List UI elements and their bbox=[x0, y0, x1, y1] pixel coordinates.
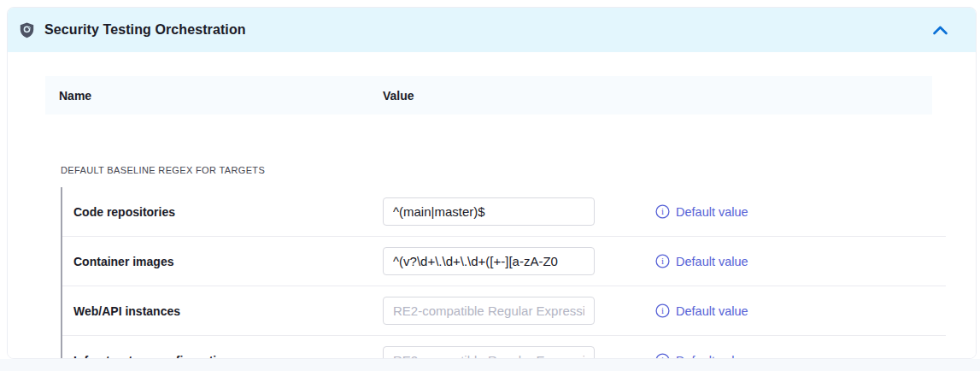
info-icon: i bbox=[655, 204, 670, 219]
regex-input-infrastructure-configurations[interactable] bbox=[383, 346, 595, 359]
section-heading: DEFAULT BASELINE REGEX FOR TARGETS bbox=[61, 165, 265, 175]
settings-card: Security Testing Orchestration Name Valu… bbox=[7, 7, 977, 359]
settings-group: Code repositories i Default value Contai… bbox=[61, 187, 946, 359]
setting-name: Container images bbox=[62, 255, 383, 268]
table-row-code-repositories: Code repositories i Default value bbox=[62, 187, 946, 237]
table-row-infrastructure-configurations: Infrastructure configurations i Default … bbox=[62, 336, 946, 359]
svg-text:i: i bbox=[661, 305, 664, 315]
default-value-label: Default value bbox=[676, 255, 748, 268]
setting-name: Web/API instances bbox=[62, 304, 383, 318]
chevron-up-icon[interactable] bbox=[926, 16, 954, 44]
table-header-row: Name Value bbox=[45, 76, 932, 115]
accordion-body: Name Value DEFAULT BASELINE REGEX FOR TA… bbox=[8, 52, 976, 359]
shield-icon bbox=[20, 22, 34, 38]
page-background-strip bbox=[0, 359, 980, 371]
accordion-header-security-testing-orchestration[interactable]: Security Testing Orchestration bbox=[8, 8, 976, 52]
regex-input-web-api-instances[interactable] bbox=[383, 297, 595, 325]
default-value-link[interactable]: i Default value bbox=[655, 303, 748, 318]
info-icon: i bbox=[655, 254, 670, 268]
info-icon: i bbox=[655, 303, 670, 318]
default-value-link[interactable]: i Default value bbox=[655, 353, 748, 359]
setting-name: Code repositories bbox=[62, 205, 383, 219]
column-header-name: Name bbox=[45, 89, 383, 103]
default-value-link[interactable]: i Default value bbox=[655, 254, 748, 268]
info-icon: i bbox=[655, 353, 670, 359]
default-value-label: Default value bbox=[676, 304, 748, 318]
svg-text:i: i bbox=[661, 206, 664, 216]
default-value-link[interactable]: i Default value bbox=[655, 204, 748, 219]
table-row-container-images: Container images i Default value bbox=[62, 237, 946, 286]
accordion-title: Security Testing Orchestration bbox=[44, 22, 246, 38]
regex-input-container-images[interactable] bbox=[383, 247, 595, 275]
regex-input-code-repositories[interactable] bbox=[383, 197, 595, 226]
column-header-value: Value bbox=[383, 89, 414, 103]
default-value-label: Default value bbox=[676, 205, 748, 219]
table-row-web-api-instances: Web/API instances i Default value bbox=[62, 286, 946, 336]
svg-text:i: i bbox=[661, 256, 664, 266]
